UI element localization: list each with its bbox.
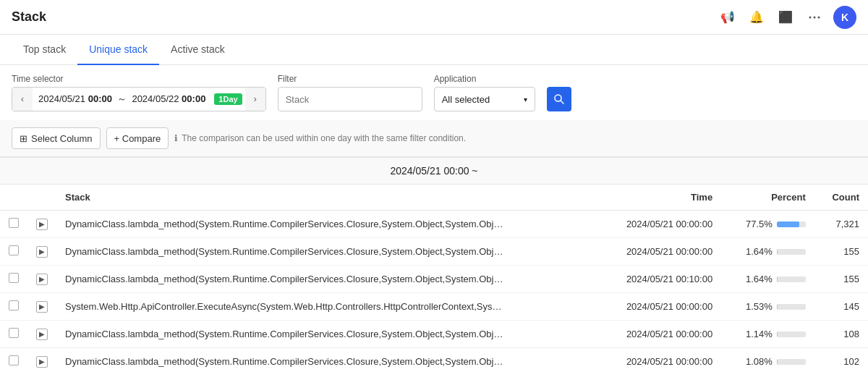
- row-expand-cell: ▶: [27, 266, 56, 293]
- row-percent-bar-wrap: [777, 359, 806, 365]
- row-checkbox[interactable]: [9, 328, 19, 338]
- row-expand-button[interactable]: ▶: [36, 274, 48, 285]
- time-start-date: 2024/05/21: [38, 93, 85, 104]
- row-time: 2024/05/21 00:00:00: [597, 211, 722, 238]
- filter-input-group: Filter: [278, 74, 422, 111]
- col-percent: Percent: [721, 185, 814, 211]
- row-checkbox[interactable]: [9, 273, 19, 283]
- svg-line-4: [561, 101, 563, 103]
- table-icon: ⊞: [20, 133, 27, 144]
- row-checkbox-cell: [0, 321, 27, 348]
- layout-icon[interactable]: ⬛: [775, 7, 796, 28]
- time-end-date: 2024/05/22: [132, 93, 179, 104]
- table-body: ▶ DynamicClass.lambda_method(System.Runt…: [0, 211, 868, 373]
- row-percent-bar-wrap: [777, 304, 806, 310]
- time-selector[interactable]: ‹ 2024/05/21 00:00 ～ 2024/05/22 00:00 1D…: [12, 87, 266, 111]
- row-percent: 1.53%: [721, 293, 814, 321]
- filter-label: Filter: [278, 74, 422, 84]
- compare-label: + Compare: [114, 133, 161, 144]
- row-percent: 77.5%: [721, 211, 814, 238]
- row-expand-cell: ▶: [27, 348, 56, 373]
- row-count: 155: [814, 238, 868, 266]
- row-expand-button[interactable]: ▶: [36, 246, 48, 258]
- col-expand: [27, 185, 56, 211]
- row-expand-cell: ▶: [27, 293, 56, 321]
- row-percent-bar: [777, 221, 799, 227]
- row-expand-button[interactable]: ▶: [36, 356, 48, 368]
- row-percent: 1.14%: [721, 321, 814, 348]
- header-actions: 📢 🔔 ⬛ K: [718, 6, 856, 29]
- row-expand-cell: ▶: [27, 238, 56, 266]
- row-count: 102: [814, 348, 868, 373]
- row-stack: DynamicClass.lambda_method(System.Runtim…: [56, 266, 597, 293]
- col-count: Count: [814, 185, 868, 211]
- application-select[interactable]: All selected ▾: [434, 87, 535, 111]
- row-percent-bar-wrap: [777, 276, 806, 282]
- more-icon[interactable]: [804, 7, 825, 28]
- row-count: 145: [814, 293, 868, 321]
- time-next-button[interactable]: ›: [245, 88, 265, 111]
- table-row: ▶ DynamicClass.lambda_method(System.Runt…: [0, 211, 868, 238]
- stack-table: Stack Time Percent Count ▶ DynamicClass.…: [0, 185, 868, 372]
- table-header-row: Stack Time Percent Count: [0, 185, 868, 211]
- toolbar-info-text: The comparison can be used within one da…: [182, 133, 466, 143]
- row-percent-value: 1.14%: [746, 329, 773, 339]
- row-checkbox[interactable]: [9, 355, 19, 365]
- row-stack: DynamicClass.lambda_method(System.Runtim…: [56, 238, 597, 266]
- table-row: ▶ System.Web.Http.ApiController.ExecuteA…: [0, 293, 868, 321]
- row-checkbox[interactable]: [9, 245, 19, 255]
- select-column-button[interactable]: ⊞ Select Column: [12, 127, 101, 149]
- table-row: ▶ DynamicClass.lambda_method(System.Runt…: [0, 266, 868, 293]
- time-prev-button[interactable]: ‹: [12, 88, 33, 111]
- megaphone-icon[interactable]: 📢: [718, 7, 738, 28]
- toolbar: ⊞ Select Column + Compare ℹ The comparis…: [0, 120, 868, 157]
- row-checkbox-cell: [0, 266, 27, 293]
- time-range-text: 2024/05/21 00:00 ～ 2024/05/22 00:00: [33, 93, 211, 106]
- row-time: 2024/05/21 00:00:00: [597, 321, 722, 348]
- table-row: ▶ DynamicClass.lambda_method(System.Runt…: [0, 238, 868, 266]
- time-end-time: 00:00: [182, 93, 205, 104]
- row-percent: 1.64%: [721, 266, 814, 293]
- row-checkbox-cell: [0, 211, 27, 238]
- row-stack: DynamicClass.lambda_method(System.Runtim…: [56, 211, 597, 238]
- search-button[interactable]: [547, 87, 571, 111]
- time-selector-label: Time selector: [12, 74, 266, 84]
- row-time: 2024/05/21 00:00:00: [597, 293, 722, 321]
- chevron-down-icon: ▾: [524, 96, 527, 103]
- row-percent-value: 77.5%: [746, 219, 773, 229]
- day-badge: 1Day: [214, 93, 242, 105]
- compare-button[interactable]: + Compare: [106, 127, 169, 149]
- row-percent-bar-wrap: [777, 331, 806, 337]
- row-percent-bar-wrap: [777, 249, 806, 255]
- tab-top-stack[interactable]: Top stack: [12, 35, 77, 65]
- row-percent: 1.64%: [721, 238, 814, 266]
- tab-active-stack[interactable]: Active stack: [159, 35, 237, 65]
- tab-unique-stack[interactable]: Unique stack: [77, 35, 159, 65]
- avatar[interactable]: K: [833, 6, 856, 29]
- svg-point-0: [809, 16, 812, 18]
- row-stack: DynamicClass.lambda_method(System.Runtim…: [56, 348, 597, 373]
- row-stack: DynamicClass.lambda_method(System.Runtim…: [56, 321, 597, 348]
- info-icon: ℹ: [174, 133, 178, 143]
- row-percent-value: 1.64%: [746, 246, 773, 257]
- filter-input[interactable]: [278, 87, 422, 111]
- row-percent-value: 1.08%: [746, 356, 773, 367]
- row-count: 155: [814, 266, 868, 293]
- row-checkbox[interactable]: [9, 300, 19, 310]
- row-checkbox-cell: [0, 293, 27, 321]
- row-expand-button[interactable]: ▶: [36, 329, 48, 340]
- row-time: 2024/05/21 00:10:00: [597, 266, 722, 293]
- svg-point-1: [814, 16, 816, 18]
- page-title: Stack: [12, 9, 46, 25]
- row-expand-button[interactable]: ▶: [36, 301, 48, 313]
- table-row: ▶ DynamicClass.lambda_method(System.Runt…: [0, 348, 868, 373]
- row-checkbox[interactable]: [9, 218, 19, 228]
- row-expand-button[interactable]: ▶: [36, 219, 48, 230]
- row-percent-bar: [777, 304, 778, 310]
- row-checkbox-cell: [0, 238, 27, 266]
- table-date-header: 2024/05/21 00:00 ~: [0, 157, 868, 185]
- header: Stack 📢 🔔 ⬛ K: [0, 0, 868, 35]
- row-percent-bar: [777, 249, 778, 255]
- bell-icon[interactable]: 🔔: [746, 7, 767, 28]
- application-label: Application: [434, 74, 535, 84]
